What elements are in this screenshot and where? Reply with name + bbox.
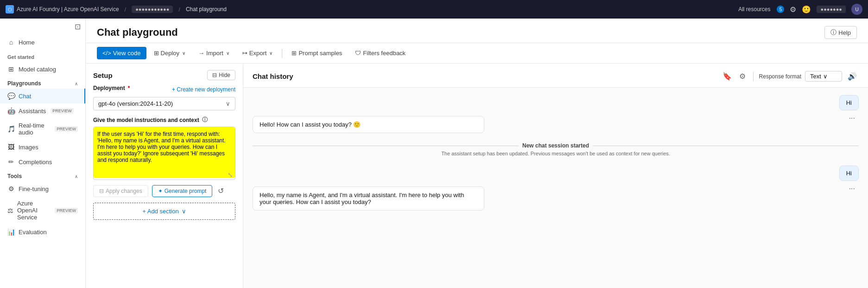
export-chevron-icon: ∨ [269, 51, 272, 56]
session-divider-title: New chat session started [522, 142, 589, 149]
apply-changes-label: Apply changes [106, 188, 142, 194]
settings-icon[interactable]: ⚙ [790, 5, 796, 14]
sidebar-item-images[interactable]: 🖼 Images [0, 140, 85, 154]
azure-openai-icon: ⚖ [7, 207, 13, 214]
deployment-selected-value: gpt-4o (version:2024-11-20) [98, 100, 173, 107]
speaker-button[interactable]: 🔊 [846, 70, 859, 83]
generate-icon: ✦ [158, 188, 163, 194]
generate-prompt-button[interactable]: ✦ Generate prompt [152, 185, 213, 197]
deployment-dropdown[interactable]: gpt-4o (version:2024-11-20) ∨ [93, 97, 235, 110]
deploy-icon: ⊞ [154, 50, 159, 57]
apply-changes-button[interactable]: ⊟ Apply changes [93, 185, 148, 197]
hide-button[interactable]: ⊟ Hide [207, 70, 235, 80]
images-icon: 🖼 [7, 143, 15, 151]
chat-icon: 💬 [7, 92, 15, 100]
export-button[interactable]: ↦ Export ∨ [237, 47, 279, 59]
assistants-preview-badge: PREVIEW [51, 108, 74, 114]
tools-chevron-icon: ∧ [75, 174, 78, 179]
response-format-value: Text [810, 73, 821, 80]
sidebar-item-home[interactable]: ⌂ Home [0, 35, 85, 50]
prompt-samples-label: Prompt samples [298, 50, 342, 57]
sidebar-item-fine-tuning[interactable]: ⚙ Fine-tuning [0, 181, 85, 196]
export-icon: ↦ [242, 50, 247, 57]
tools-section-title: Tools [7, 173, 22, 179]
sidebar-home-label: Home [19, 39, 35, 46]
sidebar-item-evaluation[interactable]: 📊 Evaluation [0, 224, 85, 239]
notification-badge[interactable]: 5 [777, 6, 784, 13]
add-section-button[interactable]: + Add section ∨ [93, 203, 235, 220]
tools-section-header: Tools ∧ [0, 169, 85, 181]
user-message-1: Hi [253, 95, 859, 110]
assistant-message-menu-icon-2[interactable]: ··· [849, 185, 855, 193]
sidebar-item-completions[interactable]: ✏ Completions [0, 154, 85, 169]
import-chevron-icon: ∨ [226, 51, 229, 56]
filters-feedback-label: Filters feedback [363, 50, 405, 57]
assistant-message-menu-icon-1[interactable]: ··· [849, 114, 855, 122]
chat-title: Chat history [253, 72, 717, 80]
code-icon: </> [102, 50, 111, 57]
deploy-button[interactable]: ⊞ Deploy ∨ [148, 47, 191, 59]
required-star: * [128, 85, 130, 91]
instruction-label: Give the model instructions and context … [93, 116, 235, 124]
user-avatar[interactable]: U [851, 4, 862, 15]
sidebar-toggle-button[interactable]: ⊡ [75, 22, 81, 31]
response-format-dropdown[interactable]: Text ∨ [805, 71, 842, 82]
topbar-separator: / [125, 6, 127, 13]
filters-feedback-button[interactable]: 🛡 Filters feedback [349, 47, 411, 59]
sidebar-item-assistants[interactable]: 🤖 Assistants PREVIEW [0, 103, 85, 118]
workspace: Setup ⊟ Hide Deployment * + Create new d… [86, 64, 868, 288]
reset-button[interactable]: ↺ [216, 185, 226, 197]
chat-label: Chat [19, 93, 31, 100]
assistant-message-2: ··· Hello, my name is Agent, and I'm a v… [253, 186, 859, 211]
main-layout: ⊡ ⌂ Home Get started ⊞ Model catalog Pla… [0, 19, 868, 288]
instruction-textarea[interactable] [94, 127, 235, 178]
create-new-deployment-link[interactable]: + Create new deployment [172, 86, 235, 93]
model-catalog-icon: ⊞ [7, 65, 15, 73]
get-started-section: Get started [0, 50, 85, 62]
emoji-icon[interactable]: 🙂 [802, 5, 811, 14]
prompt-samples-button[interactable]: ⊞ Prompt samples [286, 47, 348, 59]
playgrounds-section-title: Playgrounds [7, 80, 41, 87]
import-icon: → [198, 50, 204, 57]
chat-messages: Hi ··· Hello! How can I assist you today… [243, 88, 868, 288]
deploy-chevron-icon: ∨ [182, 51, 185, 56]
completions-icon: ✏ [7, 158, 15, 166]
chat-panel: Chat history 🔖 ⚙ Response format Text ∨ … [243, 64, 868, 288]
generate-prompt-label: Generate prompt [165, 188, 207, 194]
chat-settings-button[interactable]: ⚙ [737, 70, 748, 83]
import-button[interactable]: → Import ∨ [193, 47, 235, 59]
instruction-info-icon[interactable]: ⓘ [202, 116, 208, 124]
bookmark-button[interactable]: 🔖 [721, 70, 734, 83]
assistant-message-text-1: Hello! How can I assist you today? 🙂 [260, 121, 361, 128]
user-message-2: Hi [253, 166, 859, 181]
instruction-label-text: Give the model instructions and context [93, 117, 199, 123]
sidebar-item-chat[interactable]: 💬 Chat [0, 89, 85, 103]
add-section-chevron-icon: ∨ [182, 208, 186, 215]
realtime-audio-icon: 🎵 [7, 125, 15, 133]
user-bubble-2: Hi [839, 166, 859, 181]
view-code-button[interactable]: </> View code [97, 47, 146, 59]
evaluation-icon: 📊 [7, 228, 15, 236]
session-divider-description: The assistant setup has been updated. Pr… [441, 151, 670, 156]
user-bubble-1: Hi [839, 95, 859, 110]
fine-tuning-icon: ⚙ [7, 185, 15, 192]
completions-label: Completions [19, 159, 52, 166]
azure-logo-icon: ⬡ [6, 5, 14, 13]
deployment-dropdown-chevron-icon: ∨ [226, 100, 230, 107]
user-message-text-1: Hi [846, 99, 852, 106]
realtime-audio-label: Real-time audio [19, 122, 50, 136]
chat-header-separator [753, 72, 754, 81]
sidebar-item-model-catalog[interactable]: ⊞ Model catalog [0, 62, 85, 77]
help-icon: ⓘ [830, 28, 836, 37]
sidebar-item-azure-openai[interactable]: ⚖ Azure OpenAI Service PREVIEW [0, 196, 85, 224]
setup-header: Setup ⊟ Hide [86, 64, 243, 85]
assistant-bubble-wrapper-1: ··· Hello! How can I assist you today? 🙂 [253, 116, 859, 133]
resources-label[interactable]: All resources [738, 6, 770, 13]
topbar-url: ●●●●●●●●●●● [132, 6, 173, 13]
sidebar: ⊡ ⌂ Home Get started ⊞ Model catalog Pla… [0, 19, 86, 288]
help-button[interactable]: ⓘ Help [824, 26, 857, 39]
sidebar-item-realtime-audio[interactable]: 🎵 Real-time audio PREVIEW [0, 118, 85, 140]
add-section-label: + Add section [142, 208, 178, 215]
help-label: Help [838, 29, 851, 36]
import-label: Import [206, 50, 223, 57]
